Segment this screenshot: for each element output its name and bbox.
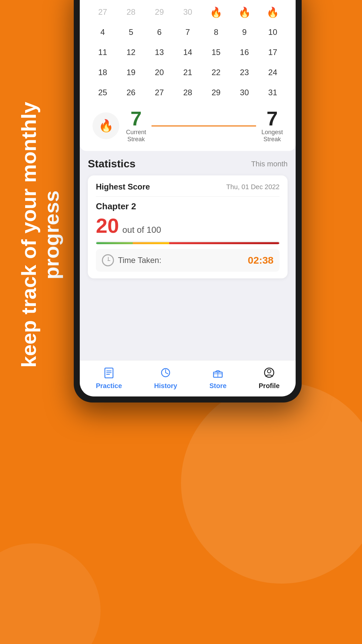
score-bar-container xyxy=(96,241,280,244)
cal-cell: 23 xyxy=(231,63,258,82)
score-out-of: out of 100 xyxy=(122,225,161,235)
cal-cell: 6 xyxy=(146,23,173,42)
bottom-navigation: Practice History xyxy=(80,360,296,396)
streak-row: 🔥 7 CurrentStreak 7 LongestStreak xyxy=(89,109,286,143)
chapter-label: Chapter 2 xyxy=(96,201,280,212)
cal-cell: 11 xyxy=(89,43,116,62)
side-text-container: keep track of your monthly progress xyxy=(10,101,70,369)
highest-score-label: Highest Score xyxy=(96,182,150,192)
cal-cell: 24 xyxy=(259,63,286,82)
stats-title: Statistics xyxy=(88,158,135,170)
cal-cell: 28 xyxy=(174,83,201,102)
cal-cell: 25 xyxy=(89,83,116,102)
cal-cell: 14 xyxy=(174,43,201,62)
cal-cell: 13 xyxy=(146,43,173,62)
cal-cell: 15 xyxy=(202,43,230,62)
stats-card-header: Highest Score Thu, 01 Dec 2022 xyxy=(96,182,280,197)
cal-cell: 16 xyxy=(231,43,258,62)
cal-cell: 28 xyxy=(118,3,145,21)
svg-rect-0 xyxy=(96,242,280,244)
svg-line-7 xyxy=(166,373,168,374)
streak-flame-circle: 🔥 xyxy=(93,112,119,139)
time-taken-row: Time Taken: 02:38 xyxy=(96,249,280,272)
cal-cell: 30 xyxy=(174,3,201,21)
nav-item-history[interactable]: History xyxy=(154,365,177,390)
decorative-circle-1 xyxy=(181,382,362,584)
time-taken-label: Time Taken: xyxy=(118,256,161,265)
cal-flame-fri: 🔥 xyxy=(231,3,258,21)
content-spacer xyxy=(80,282,296,360)
phone-screen: Sun Mon Tue Wed Thu Fri Sat 27 28 29 30 … xyxy=(80,0,296,396)
streak-flame-icon: 🔥 xyxy=(99,119,114,133)
score-bar-svg xyxy=(96,242,280,244)
cal-cell: 19 xyxy=(118,63,145,82)
longest-streak-label: LongestStreak xyxy=(261,129,283,143)
svg-point-12 xyxy=(267,370,271,373)
profile-label: Profile xyxy=(259,382,280,390)
streak-divider-line xyxy=(152,125,256,126)
practice-icon xyxy=(102,365,116,380)
cal-cell: 29 xyxy=(146,3,173,21)
history-icon xyxy=(158,365,173,380)
current-streak-label: CurrentStreak xyxy=(126,129,146,143)
cal-cell: 21 xyxy=(174,63,201,82)
score-display: 20 out of 100 xyxy=(96,214,280,237)
cal-cell: 26 xyxy=(118,83,145,102)
flame-icon: 🔥 xyxy=(210,6,222,18)
cal-flame-sat: 🔥 xyxy=(259,3,286,21)
cal-cell: 29 xyxy=(202,83,230,102)
longest-streak-item: 7 LongestStreak xyxy=(261,109,283,143)
cal-cell: 31 xyxy=(259,83,286,102)
cal-cell: 5 xyxy=(118,23,145,42)
nav-item-practice[interactable]: Practice xyxy=(96,365,122,390)
cal-cell: 10 xyxy=(259,23,286,42)
cal-cell: 27 xyxy=(146,83,173,102)
store-label: Store xyxy=(209,382,227,390)
cal-cell: 22 xyxy=(202,63,230,82)
time-taken-left: Time Taken: xyxy=(102,254,161,266)
cal-cell: 27 xyxy=(89,3,116,21)
cal-cell: 12 xyxy=(118,43,145,62)
score-date: Thu, 01 Dec 2022 xyxy=(226,183,280,191)
cal-cell: 20 xyxy=(146,63,173,82)
statistics-section: Statistics This month Highest Score Thu,… xyxy=(80,151,296,282)
cal-cell: 9 xyxy=(231,23,258,42)
flame-icon: 🔥 xyxy=(238,6,251,18)
cal-cell: 30 xyxy=(231,83,258,102)
nav-item-store[interactable]: Store xyxy=(209,365,227,390)
cal-flame-thu: 🔥 xyxy=(202,3,230,21)
calendar-header: Sun Mon Tue Wed Thu Fri Sat xyxy=(89,0,286,3)
practice-label: Practice xyxy=(96,382,122,390)
cal-cell: 7 xyxy=(174,23,201,42)
cal-cell: 4 xyxy=(89,23,116,42)
cal-cell: 8 xyxy=(202,23,230,42)
nav-item-profile[interactable]: Profile xyxy=(259,365,280,390)
current-streak-value: 7 xyxy=(130,109,141,129)
store-icon xyxy=(210,365,225,380)
current-streak-item: 7 CurrentStreak xyxy=(126,109,146,143)
phone-frame: Sun Mon Tue Wed Thu Fri Sat 27 28 29 30 … xyxy=(74,0,302,402)
decorative-circle-2 xyxy=(0,543,101,644)
streak-connector: 7 CurrentStreak 7 LongestStreak xyxy=(126,109,283,143)
flame-icon: 🔥 xyxy=(266,6,279,18)
time-taken-value: 02:38 xyxy=(248,255,274,266)
cal-cell: 17 xyxy=(259,43,286,62)
stats-card: Highest Score Thu, 01 Dec 2022 Chapter 2… xyxy=(88,175,288,278)
stats-period: This month xyxy=(251,160,288,168)
calendar-grid: 27 28 29 30 🔥 🔥 🔥 4 5 6 7 8 9 10 11 12 1… xyxy=(89,3,286,102)
side-text: keep track of your monthly progress xyxy=(17,101,63,369)
score-value: 20 xyxy=(96,214,119,237)
stats-header: Statistics This month xyxy=(88,158,288,170)
clock-icon xyxy=(102,254,114,266)
longest-streak-value: 7 xyxy=(266,109,278,129)
cal-cell: 18 xyxy=(89,63,116,82)
calendar-section: Sun Mon Tue Wed Thu Fri Sat 27 28 29 30 … xyxy=(80,0,296,151)
profile-icon xyxy=(262,365,277,380)
history-label: History xyxy=(154,382,177,390)
